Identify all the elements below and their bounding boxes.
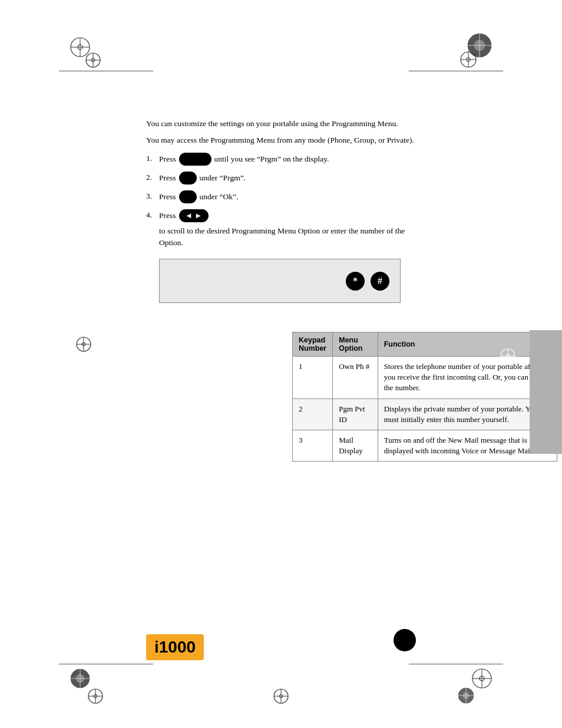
reg-mark-bottom-left-outer	[70, 668, 91, 689]
reg-mark-top-left-inner	[85, 52, 101, 68]
footer-dot	[394, 629, 416, 651]
step-3-num: 3.	[146, 190, 159, 202]
display-box: * #	[159, 259, 401, 303]
cell-keypad-1: 1	[293, 357, 333, 399]
reg-mark-mid-left	[75, 336, 92, 353]
step-4-num: 4.	[146, 209, 159, 221]
step-4-button[interactable]: ◄ ►	[179, 209, 209, 222]
reg-mark-bottom-right-outer	[471, 668, 492, 689]
right-sidebar	[530, 330, 562, 454]
cell-menu-3: Mail Display	[333, 430, 378, 461]
table-header-row: KeypadNumber Menu Option Function	[293, 332, 557, 357]
step-1-content: Press until you see “Prgm” on the displa…	[159, 153, 329, 166]
step-2: 2. Press under “Prgm”.	[146, 172, 423, 185]
col-header-menu: Menu Option	[333, 332, 378, 357]
step-2-pre: Press	[159, 172, 176, 184]
page: You can customize the settings on your p…	[0, 0, 562, 728]
step-3-button[interactable]	[179, 190, 197, 203]
step-4-content: Press ◄ ► to scroll to the desired Progr…	[159, 209, 423, 248]
step-2-num: 2.	[146, 172, 159, 183]
step-1-post: until you see “Prgm” on the display.	[214, 153, 329, 165]
reg-mark-mid-right	[500, 348, 516, 364]
footer: i1000	[146, 634, 204, 660]
step-2-content: Press under “Prgm”.	[159, 172, 246, 185]
intro-line2: You may access the Programming Menu from…	[146, 134, 423, 146]
cell-menu-1: Own Ph #	[333, 357, 378, 399]
intro-text: You can customize the settings on your p…	[146, 118, 423, 146]
step-1-button[interactable]	[179, 153, 211, 166]
step-4-pre: Press	[159, 210, 176, 222]
brand-box: i1000	[146, 634, 204, 660]
line-bottom-right-h	[409, 664, 503, 664]
reg-mark-bottom-right-inner	[457, 687, 475, 704]
step-3-content: Press under “Ok”.	[159, 190, 239, 203]
step-2-button[interactable]	[179, 172, 197, 185]
table-row: 1 Own Ph # Stores the telephone number o…	[293, 357, 557, 399]
step-3: 3. Press under “Ok”.	[146, 190, 423, 203]
line-bottom-left-h	[59, 664, 153, 664]
menu-table: KeypadNumber Menu Option Function 1 Own …	[292, 332, 557, 462]
step-4-post: to scroll to the desired Programming Men…	[159, 225, 423, 248]
line-top-right-h	[409, 71, 503, 71]
main-content: You can customize the settings on your p…	[146, 118, 423, 314]
step-2-post: under “Prgm”.	[200, 172, 246, 184]
hash-button[interactable]: #	[371, 272, 389, 291]
line-top-left-h	[59, 71, 153, 71]
steps-list: 1. Press until you see “Prgm” on the dis…	[146, 153, 423, 248]
cell-keypad-3: 3	[293, 430, 333, 461]
cell-keypad-2: 2	[293, 398, 333, 430]
brand-text: i1000	[154, 638, 196, 656]
col-header-keypad: KeypadNumber	[293, 332, 333, 357]
step-4: 4. Press ◄ ► to scroll to the desired Pr…	[146, 209, 423, 248]
step-1-pre: Press	[159, 153, 176, 165]
cell-menu-2: Pgm Pvt ID	[333, 398, 378, 430]
reg-mark-bottom-left-inner	[87, 688, 104, 704]
intro-line1: You can customize the settings on your p…	[146, 118, 423, 130]
step-1: 1. Press until you see “Prgm” on the dis…	[146, 153, 423, 166]
reg-mark-top-right-inner	[459, 51, 477, 68]
step-1-num: 1.	[146, 153, 159, 164]
step-3-pre: Press	[159, 191, 176, 203]
reg-mark-bottom-center	[273, 688, 289, 704]
table-row: 3 Mail Display Turns on and off the New …	[293, 430, 557, 461]
table-row: 2 Pgm Pvt ID Displays the private number…	[293, 398, 557, 430]
step-3-post: under “Ok”.	[200, 191, 239, 203]
star-button[interactable]: *	[346, 272, 365, 291]
